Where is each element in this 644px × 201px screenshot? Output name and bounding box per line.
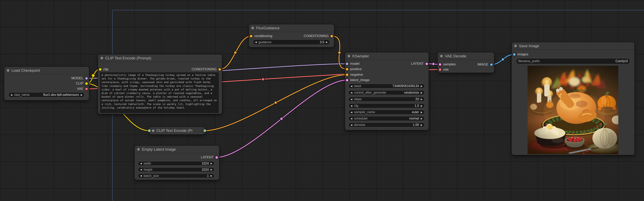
node-title: CLIP Text Encode (Pr — [156, 128, 193, 133]
decrement-arrow-icon[interactable]: ◀ — [140, 175, 142, 177]
increment-arrow-icon[interactable]: ▶ — [421, 105, 422, 107]
link-midpoint-dot — [92, 74, 95, 77]
input-slot-positive: positive — [346, 67, 362, 72]
node-title-bar: KSampler — [345, 52, 428, 60]
widget-seed[interactable]: ◀ seed 734809581638134 ▶ — [348, 84, 424, 88]
node-title-bar: Save Image — [512, 42, 634, 50]
decrement-arrow-icon[interactable]: ◀ — [350, 124, 352, 126]
comfyui-canvas[interactable]: Load Checkpoint MODEL CLIP VAE ◀ ckpt_na… — [0, 0, 644, 201]
decrement-arrow-icon[interactable]: ◀ — [10, 94, 12, 96]
image-output-dot[interactable] — [490, 63, 493, 66]
positive-input-dot[interactable] — [346, 68, 348, 71]
node-title-bar: CLIP Text Encode (Prompt) — [98, 54, 222, 62]
link-midpoint-dot — [502, 58, 504, 61]
node-flux-guidance[interactable]: FluxGuidance conditioning CONDITIONING ◀… — [249, 24, 334, 47]
node-vae-decode[interactable]: VAE Decode samples vae IMAGE — [438, 52, 494, 73]
vae-output-dot[interactable] — [85, 88, 88, 90]
node-status-dot — [252, 27, 254, 29]
output-slot-model: MODEL — [72, 76, 88, 81]
link-midpoint-dot — [274, 101, 277, 104]
widget-batch-size[interactable]: ◀ batch_size 1 ▶ — [138, 173, 214, 178]
widget-scheduler[interactable]: ◀ scheduler normal ▶ — [348, 116, 424, 121]
node-status-dot — [514, 45, 517, 47]
link-midpoint-dot — [280, 117, 283, 120]
prompt-textarea[interactable]: A photorealistic image of a Thanksgiving… — [100, 72, 219, 113]
widget-height[interactable]: ◀ height 1024 ▶ — [138, 167, 214, 172]
link-midpoint-dot — [338, 51, 341, 54]
node-ksampler[interactable]: KSampler model positive negative latent_… — [345, 52, 428, 130]
decrement-arrow-icon[interactable]: ◀ — [350, 111, 352, 113]
vae-input-dot[interactable] — [439, 68, 441, 71]
link-midpoint-dot — [234, 51, 237, 54]
widget-filename-prefix[interactable]: filename_prefix ComfyUI — [516, 58, 630, 64]
widget-control-after-generate[interactable]: ◀ control_after_generate randomize ▶ — [348, 90, 424, 95]
decrement-arrow-icon[interactable]: ◀ — [350, 92, 352, 94]
decrement-arrow-icon[interactable]: ◀ — [255, 41, 256, 43]
latent-image-input-dot[interactable] — [346, 79, 348, 81]
increment-arrow-icon[interactable]: ▶ — [421, 124, 422, 126]
increment-arrow-icon[interactable]: ▶ — [210, 168, 212, 171]
node-title-bar: VAE Decode — [438, 52, 494, 60]
widget-width[interactable]: ◀ width 1024 ▶ — [138, 161, 214, 166]
increment-arrow-icon[interactable]: ▶ — [421, 92, 422, 94]
model-output-dot[interactable] — [85, 77, 88, 80]
conditioning-output-dot[interactable] — [330, 35, 333, 38]
input-slot-clip: clip — [99, 67, 108, 72]
latent-output-dot[interactable] — [216, 156, 218, 159]
collapsed-output-dot[interactable] — [204, 129, 206, 132]
input-slot-conditioning: conditioning — [250, 34, 272, 39]
increment-arrow-icon[interactable]: ▶ — [210, 175, 212, 177]
node-title: Save Image — [519, 44, 539, 48]
input-slot-latent-image: latent_image — [346, 78, 370, 83]
node-title: KSampler — [352, 54, 369, 58]
turkey-dinner-illustration — [528, 66, 618, 154]
widget-sampler-name[interactable]: ◀ sampler_name euler ▶ — [348, 110, 424, 115]
increment-arrow-icon[interactable]: ▶ — [81, 94, 82, 96]
widget-ckpt-name[interactable]: ◀ ckpt_name flux1-dev-fp8.safetensors ▶ — [8, 92, 84, 97]
latent-output-dot[interactable] — [426, 63, 428, 65]
node-clip-text-encode-collapsed[interactable]: CLIP Text Encode (Pr — [149, 127, 205, 134]
collapsed-input-dot[interactable] — [148, 129, 151, 132]
increment-arrow-icon[interactable]: ▶ — [421, 98, 422, 100]
output-slot-conditioning: CONDITIONING — [304, 34, 333, 39]
decrement-arrow-icon[interactable]: ◀ — [350, 105, 352, 107]
increment-arrow-icon[interactable]: ▶ — [421, 118, 422, 120]
node-title: VAE Decode — [445, 54, 466, 58]
decrement-arrow-icon[interactable]: ◀ — [350, 118, 352, 120]
node-title-bar: Load Checkpoint — [4, 67, 89, 74]
widget-steps[interactable]: ◀ steps 20 ▶ — [348, 97, 424, 102]
node-status-dot — [440, 55, 443, 57]
negative-input-dot[interactable] — [346, 74, 348, 76]
conditioning-input-dot[interactable] — [250, 35, 252, 38]
decrement-arrow-icon[interactable]: ◀ — [350, 85, 352, 87]
output-slot-image: IMAGE — [478, 62, 493, 67]
increment-arrow-icon[interactable]: ▶ — [326, 41, 328, 43]
increment-arrow-icon[interactable]: ▶ — [421, 111, 422, 113]
output-slot-latent: LATENT — [411, 61, 428, 66]
widget-denoise[interactable]: ◀ denoise 1.00 ▶ — [348, 122, 424, 127]
node-title: FluxGuidance — [256, 26, 280, 30]
clip-input-dot[interactable] — [99, 68, 102, 71]
samples-input-dot[interactable] — [439, 63, 441, 66]
decrement-arrow-icon[interactable]: ◀ — [350, 98, 352, 100]
increment-arrow-icon[interactable]: ▶ — [421, 85, 422, 87]
widget-cfg[interactable]: ◀ cfg 1.0 ▶ — [348, 103, 424, 108]
conditioning-output-dot[interactable] — [218, 68, 221, 71]
increment-arrow-icon[interactable]: ▶ — [210, 162, 212, 164]
node-empty-latent-image[interactable]: Empty Latent Image LATENT ◀ width 1024 ▶… — [134, 146, 219, 180]
input-slot-samples: samples — [439, 62, 456, 67]
input-slot-vae: vae — [439, 67, 448, 72]
output-slot-clip: CLIP — [76, 81, 88, 86]
images-input-dot[interactable] — [513, 53, 516, 56]
widget-guidance[interactable]: ◀ guidance 3.5 ▶ — [253, 40, 330, 45]
model-input-dot[interactable] — [346, 63, 348, 65]
clip-output-dot[interactable] — [85, 82, 88, 85]
node-status-dot — [137, 148, 140, 151]
node-load-checkpoint[interactable]: Load Checkpoint MODEL CLIP VAE ◀ ckpt_na… — [4, 67, 89, 100]
node-save-image[interactable]: Save Image images filename_prefix ComfyU… — [512, 42, 634, 155]
node-clip-text-encode[interactable]: CLIP Text Encode (Prompt) clip CONDITION… — [98, 54, 222, 114]
decrement-arrow-icon[interactable]: ◀ — [140, 168, 142, 171]
generated-image-preview[interactable] — [528, 66, 618, 154]
decrement-arrow-icon[interactable]: ◀ — [140, 162, 142, 164]
node-status-dot — [100, 57, 103, 59]
